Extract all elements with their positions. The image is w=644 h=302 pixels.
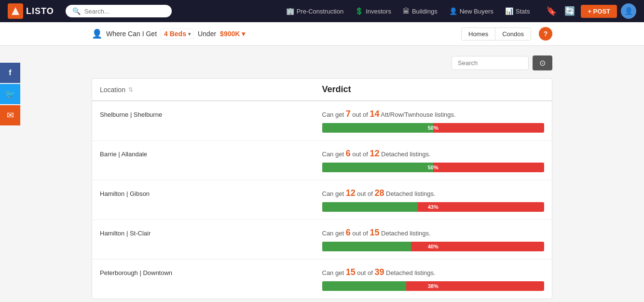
nav-buildings[interactable]: 🏛 Buildings — [398, 4, 442, 18]
controls-row: ⊙ — [92, 55, 552, 70]
facebook-button[interactable]: f — [0, 63, 20, 83]
beds-chevron-icon: ▾ — [188, 31, 191, 37]
twitter-icon: 🐦 — [5, 89, 15, 99]
filter-person-icon: 👤 — [92, 28, 102, 39]
filter-label: Where Can I Get — [106, 30, 157, 38]
logo-icon — [8, 3, 23, 19]
help-button[interactable]: ? — [539, 27, 552, 41]
table-row: Hamilton | Gibson Can get 12 out of 28 D… — [92, 180, 552, 220]
filter-bar: 👤 Where Can I Get 4 Beds ▾ Under $900K ▾… — [0, 22, 644, 46]
verdict-text: Can get 6 out of 12 Detached listings. — [322, 149, 545, 159]
nav-actions: 🔖 🔄 + POST 👤 — [544, 3, 636, 19]
table-row: Peterborough | Downtown Can get 15 out o… — [92, 260, 552, 299]
main-search-bar[interactable]: 🔍 — [66, 5, 172, 17]
verdict-text: Can get 15 out of 39 Detached listings. — [322, 267, 545, 277]
location-name: Hamilton | Gibson — [100, 188, 322, 197]
post-button[interactable]: + POST — [581, 5, 617, 18]
verdict-cell: Can get 6 out of 12 Detached listings. 5… — [322, 149, 545, 172]
transfer-icon[interactable]: 🔄 — [562, 4, 577, 18]
bookmark-icon[interactable]: 🔖 — [544, 4, 559, 18]
progress-bar-fill — [322, 281, 407, 291]
tab-condos[interactable]: Condos — [495, 28, 531, 40]
verdict-cell: Can get 12 out of 28 Detached listings. … — [322, 188, 545, 212]
location-name: Peterborough | Downtown — [100, 267, 322, 276]
can-get-number: 12 — [346, 188, 356, 198]
new-buyers-icon: 👤 — [449, 7, 457, 15]
verdict-text: Can get 12 out of 28 Detached listings. — [322, 188, 545, 198]
navbar: LISTO 🔍 🏢 Pre-Construction 💲 Investors 🏛… — [0, 0, 644, 22]
investors-icon: 💲 — [355, 7, 363, 15]
table-header: Location ⇅ Verdict — [92, 79, 552, 101]
table-search-input[interactable] — [452, 56, 529, 70]
search-icon: 🔍 — [72, 7, 81, 15]
price-filter[interactable]: $900K ▾ — [220, 30, 245, 38]
beds-filter[interactable]: 4 Beds ▾ — [161, 28, 194, 39]
progress-bar-fill — [322, 163, 433, 172]
verdict-cell: Can get 6 out of 15 Detached listings. 4… — [322, 228, 545, 251]
out-of-number: 15 — [370, 228, 379, 237]
stats-icon: 📊 — [505, 7, 513, 15]
can-get-number: 6 — [346, 149, 351, 158]
homes-condos-tabs: Homes Condos — [461, 27, 531, 41]
toggle-icon: ⊙ — [539, 58, 546, 68]
tab-homes[interactable]: Homes — [462, 28, 495, 40]
social-sidebar: f 🐦 ✉ — [0, 63, 20, 125]
avatar[interactable]: 👤 — [621, 3, 636, 19]
twitter-button[interactable]: 🐦 — [0, 84, 20, 104]
main-search-input[interactable] — [84, 8, 165, 15]
logo: LISTO — [8, 3, 54, 19]
col-verdict-header: Verdict — [322, 84, 545, 95]
col-location-header: Location ⇅ — [100, 86, 322, 94]
can-get-number: 15 — [346, 267, 356, 277]
location-name: Hamilton | St-Clair — [100, 228, 322, 237]
verdict-text: Can get 6 out of 15 Detached listings. — [322, 228, 545, 238]
location-name: Shelburne | Shelburne — [100, 109, 322, 118]
progress-bar: 38% — [322, 281, 545, 291]
nav-links: 🏢 Pre-Construction 💲 Investors 🏛 Buildin… — [281, 4, 535, 18]
verdict-cell: Can get 7 out of 14 Att/Row/Twnhouse lis… — [322, 109, 545, 133]
results-table: Location ⇅ Verdict Shelburne | Shelburne… — [92, 78, 552, 299]
nav-investors[interactable]: 💲 Investors — [350, 4, 396, 18]
table-row: Barrie | Allandale Can get 6 out of 12 D… — [92, 141, 552, 180]
progress-bar: 40% — [322, 242, 545, 251]
progress-bar: 43% — [322, 202, 545, 212]
sort-icon[interactable]: ⇅ — [128, 86, 133, 93]
can-get-number: 7 — [346, 109, 351, 119]
email-button[interactable]: ✉ — [0, 105, 20, 125]
facebook-icon: f — [9, 69, 11, 77]
progress-bar: 50% — [322, 123, 545, 133]
progress-bar-fill — [322, 202, 418, 212]
out-of-number: 28 — [374, 188, 384, 198]
table-row: Hamilton | St-Clair Can get 6 out of 15 … — [92, 220, 552, 260]
nav-new-buyers[interactable]: 👤 New Buyers — [444, 4, 498, 18]
logo-text: LISTO — [26, 6, 54, 16]
email-icon: ✉ — [7, 110, 14, 121]
filter-under-label: Under — [198, 30, 216, 38]
nav-pre-construction[interactable]: 🏢 Pre-Construction — [281, 4, 349, 18]
progress-bar-fill — [322, 242, 411, 251]
verdict-cell: Can get 15 out of 39 Detached listings. … — [322, 267, 545, 291]
main-content: ⊙ Location ⇅ Verdict Shelburne | Shelbur… — [0, 46, 644, 302]
location-name: Barrie | Allandale — [100, 149, 322, 158]
out-of-number: 14 — [370, 109, 379, 119]
toggle-button[interactable]: ⊙ — [533, 55, 552, 70]
buildings-icon: 🏛 — [403, 7, 410, 15]
can-get-number: 6 — [346, 228, 351, 237]
table-body: Shelburne | Shelburne Can get 7 out of 1… — [92, 101, 552, 299]
out-of-number: 12 — [370, 149, 379, 158]
price-chevron-icon: ▾ — [242, 30, 245, 38]
table-row: Shelburne | Shelburne Can get 7 out of 1… — [92, 101, 552, 141]
pre-construction-icon: 🏢 — [286, 7, 294, 15]
nav-stats[interactable]: 📊 Stats — [500, 4, 535, 18]
verdict-text: Can get 7 out of 14 Att/Row/Twnhouse lis… — [322, 109, 545, 119]
progress-bar-fill — [322, 123, 433, 133]
svg-marker-0 — [12, 7, 19, 15]
progress-bar: 50% — [322, 163, 545, 172]
out-of-number: 39 — [374, 267, 384, 277]
